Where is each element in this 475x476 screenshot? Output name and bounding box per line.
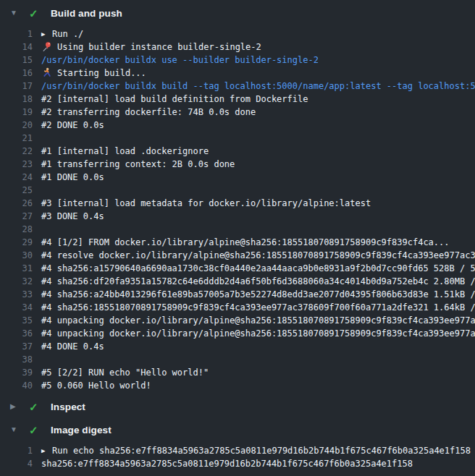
log-line: 24#1 DONE 0.0s: [0, 171, 475, 184]
log-line: 39#5 [2/2] RUN echo "Hello world!": [0, 366, 475, 379]
expand-toggle-icon[interactable]: ▶: [41, 27, 52, 41]
log-line-number[interactable]: 17: [0, 80, 33, 93]
section-title: Build and push: [51, 8, 122, 19]
log-line-number[interactable]: 38: [0, 353, 33, 366]
log-line-text: #5 [2/2] RUN echo "Hello world!": [41, 366, 209, 379]
log-line-text: #3 DONE 0.4s: [41, 210, 104, 223]
pushpin-icon: [41, 41, 52, 52]
log-line: 32#4 sha256:df20fa9351a15782c64e6dddb2d4…: [0, 275, 475, 288]
log-line-number[interactable]: 39: [0, 366, 33, 379]
log-line-number[interactable]: 40: [0, 379, 33, 392]
log-line-number[interactable]: 27: [0, 210, 33, 223]
log-line-number[interactable]: 14: [0, 41, 33, 54]
log-line: 18#2 [internal] load build definition fr…: [0, 93, 475, 106]
log-line-text: Starting build...: [41, 67, 146, 80]
log-line-number[interactable]: 33: [0, 288, 33, 301]
log-line-text: #4 unpacking docker.io/library/alpine@sh…: [41, 314, 475, 327]
log-lines: 1▶Run ./14Using builder instance builder…: [0, 27, 475, 392]
log-line: 29#4 [1/2] FROM docker.io/library/alpine…: [0, 236, 475, 249]
log-line-text: #1 DONE 0.0s: [41, 171, 104, 184]
log-line-text: #4 sha256:df20fa9351a15782c64e6dddb2d4a6…: [41, 275, 475, 288]
section-header-inspect[interactable]: ▶✓Inspect: [0, 395, 475, 418]
log-line-text: #4 sha256:a24bb4013296f61e89ba57005a7b3e…: [41, 288, 475, 301]
log-line: 28: [0, 223, 475, 236]
log-line-number[interactable]: 36: [0, 327, 33, 340]
log-line-number[interactable]: 25: [0, 184, 33, 197]
log-line-text: #2 DONE 0.0s: [41, 119, 104, 132]
log-line-text: sha256:e7ff8834a5963a2785c5a0811e979d16b…: [41, 457, 413, 470]
log-section-inspect: ▶✓Inspect: [0, 395, 475, 418]
caret-down-icon: ▼: [10, 426, 19, 433]
log-line-number[interactable]: 34: [0, 301, 33, 314]
log-line-number[interactable]: 26: [0, 197, 33, 210]
log-line-number[interactable]: 37: [0, 340, 33, 353]
log-line-text: #4 sha256:a15790640a6690aa1730c38cf0a440…: [41, 262, 475, 275]
log-line: 15/usr/bin/docker buildx use --builder b…: [0, 54, 475, 67]
expand-toggle-icon[interactable]: ▶: [41, 444, 52, 457]
log-section-image-digest: ▼✓Image digest1▶Run echo sha256:e7ff8834…: [0, 418, 475, 470]
log-line-number[interactable]: 21: [0, 132, 33, 145]
log-line-text: #5 0.060 Hello world!: [41, 379, 151, 392]
log-line-text: #2 transferring dockerfile: 74B 0.0s don…: [41, 106, 256, 119]
log-line-text: /usr/bin/docker buildx build --tag local…: [41, 80, 475, 93]
log-line: 36#4 unpacking docker.io/library/alpine@…: [0, 327, 475, 340]
section-title: Inspect: [51, 401, 85, 412]
log-line-number[interactable]: 16: [0, 67, 33, 80]
check-icon: ✓: [29, 401, 41, 412]
log-line-number[interactable]: 28: [0, 223, 33, 236]
log-line-text: #3 [internal] load metadata for docker.i…: [41, 197, 371, 210]
log-line: 37#4 DONE 0.4s: [0, 340, 475, 353]
log-line-text: ▶Run ./: [41, 27, 83, 41]
log-line-text: #4 resolve docker.io/library/alpine@sha2…: [41, 249, 475, 262]
section-title: Image digest: [51, 425, 112, 435]
log-line-text: #2 [internal] load build definition from…: [41, 93, 308, 106]
log-line-number[interactable]: 35: [0, 314, 33, 327]
log-line-number[interactable]: 15: [0, 54, 33, 67]
log-line: 19#2 transferring dockerfile: 74B 0.0s d…: [0, 106, 475, 119]
log-section-build-and-push: ▼✓Build and push1▶Run ./14Using builder …: [0, 1, 475, 392]
log-line-text: ▶Run echo sha256:e7ff8834a5963a2785c5a08…: [41, 444, 471, 457]
log-line: 26#3 [internal] load metadata for docker…: [0, 197, 475, 210]
log-line-text: #1 [internal] load .dockerignore: [41, 145, 209, 158]
runner-icon: [41, 67, 52, 78]
log-line-number[interactable]: 1: [0, 444, 33, 457]
caret-right-icon: ▶: [10, 403, 19, 410]
log-line-number[interactable]: 1: [0, 27, 33, 41]
log-line: 14Using builder instance builder-single-…: [0, 41, 475, 54]
log-line-text: #4 [1/2] FROM docker.io/library/alpine@s…: [41, 236, 450, 249]
caret-down-icon: ▼: [10, 9, 19, 17]
log-line-text: #4 unpacking docker.io/library/alpine@sh…: [41, 327, 475, 340]
log-lines: 1▶Run echo sha256:e7ff8834a5963a2785c5a0…: [0, 444, 475, 470]
check-icon: ✓: [29, 425, 41, 435]
log-line-number[interactable]: 31: [0, 262, 33, 275]
log-line: 31#4 sha256:a15790640a6690aa1730c38cf0a4…: [0, 262, 475, 275]
log-line: 16Starting build...: [0, 67, 475, 80]
log-line-number[interactable]: 29: [0, 236, 33, 249]
log-line-number[interactable]: 20: [0, 119, 33, 132]
check-icon: ✓: [29, 8, 41, 19]
log-line: 20#2 DONE 0.0s: [0, 119, 475, 132]
log-line-text: #4 DONE 0.4s: [41, 340, 104, 353]
log-line: 4sha256:e7ff8834a5963a2785c5a0811e979d16…: [0, 457, 475, 470]
log-line: 21: [0, 132, 475, 145]
log-line-number[interactable]: 23: [0, 158, 33, 171]
log-line-text: #1 transferring context: 2B 0.0s done: [41, 158, 235, 171]
log-line-number[interactable]: 4: [0, 457, 33, 470]
log-line: 34#4 sha256:185518070891758909c9f839cf4c…: [0, 301, 475, 314]
log-line-number[interactable]: 30: [0, 249, 33, 262]
log-line: 1▶Run ./: [0, 27, 475, 41]
log-line: 25: [0, 184, 475, 197]
actions-log-viewer: ▼✓Build and push1▶Run ./14Using builder …: [0, 0, 475, 476]
log-line-text: #4 sha256:185518070891758909c9f839cf4ca3…: [41, 301, 475, 314]
log-line-number[interactable]: 24: [0, 171, 33, 184]
section-header-image-digest[interactable]: ▼✓Image digest: [0, 418, 475, 441]
log-line-text: Using builder instance builder-single-2: [41, 41, 261, 54]
log-line: 38: [0, 353, 475, 366]
log-line-number[interactable]: 18: [0, 93, 33, 106]
log-line-number[interactable]: 22: [0, 145, 33, 158]
section-header-build-and-push[interactable]: ▼✓Build and push: [0, 1, 475, 25]
log-line: 1▶Run echo sha256:e7ff8834a5963a2785c5a0…: [0, 444, 475, 457]
log-line-number[interactable]: 32: [0, 275, 33, 288]
log-line-number[interactable]: 19: [0, 106, 33, 119]
log-line: 40#5 0.060 Hello world!: [0, 379, 475, 392]
